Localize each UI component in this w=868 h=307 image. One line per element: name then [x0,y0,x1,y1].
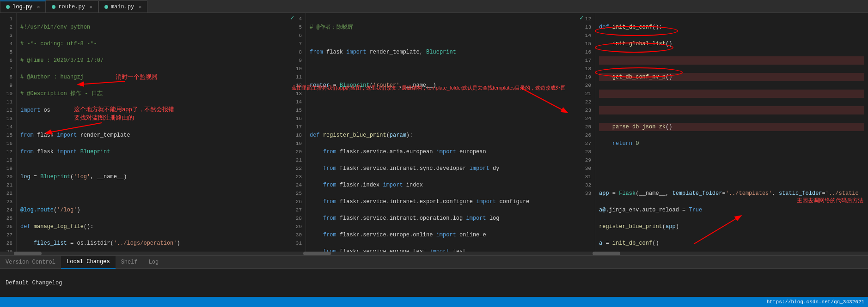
bottom-tab-version-control[interactable]: Version Control [0,256,61,269]
editor-pane-log: 12345 678910 1112131415 1617181920 21222… [0,13,289,255]
bottom-content: Default Changelog [0,269,868,297]
tab-close-log[interactable]: ✕ [37,4,40,10]
code-text-route[interactable]: # @作者：陈晓辉 from flask import render_templ… [306,13,579,252]
scrollbar-log[interactable] [0,252,289,255]
tab-route-py[interactable]: route.py ✕ [46,0,98,12]
code-container-log[interactable]: 12345 678910 1112131415 1617181920 21222… [0,13,289,252]
line-numbers-log: 12345 678910 1112131415 1617181920 21222… [0,13,17,252]
check-mark-route: ✓ [290,14,294,22]
tab-dot-log [6,5,10,9]
line-numbers-main: 1213141516 1718192021 2223242526 2728293… [579,13,595,252]
editor-pane-route: ✓ 45678 910111213 1415161718 1920212223 … [289,13,579,255]
code-text-main[interactable]: def init_db_conf(): init_global_list() g… [595,13,868,252]
tab-dot-main [104,5,108,9]
editor-pane-main: ✓ 1213141516 1718192021 2223242526 27282… [579,13,868,255]
bottom-tab-local-changes[interactable]: Local Changes [61,256,116,269]
scrollbar-route[interactable] [289,252,579,255]
status-bar: https://blog.csdn.net/qq_3432621 [0,297,868,307]
tab-dot-route [52,5,55,9]
check-mark-main: ✓ [580,14,583,22]
status-url: https://blog.csdn.net/qq_3432621 [767,299,864,305]
editor-area: 12345 678910 1112131415 1617181920 21222… [0,13,868,255]
line-numbers-route: 45678 910111213 1415161718 1920212223 24… [289,13,306,252]
bottom-tab-shelf[interactable]: Shelf [116,256,143,269]
code-container-main[interactable]: 1213141516 1718192021 2223242526 2728293… [579,13,868,252]
bottom-tabs: Version Control Local Changes Shelf Log [0,256,868,269]
bottom-tab-log[interactable]: Log [143,256,165,269]
tab-main-py[interactable]: main.py ✕ [98,0,147,12]
bottom-panel: Version Control Local Changes Shelf Log … [0,255,868,297]
tab-label-main: main.py [111,4,134,10]
tab-label-route: route.py [58,4,85,10]
tab-close-main[interactable]: ✕ [139,4,141,10]
code-container-route[interactable]: 45678 910111213 1415161718 1920212223 24… [289,13,579,252]
tab-label-log: log.py [12,4,32,10]
bottom-content-text: Default Changelog [6,280,62,286]
code-text-log[interactable]: #!/usr/bin/env python # -*- coding: utf-… [17,13,289,252]
tab-log-py[interactable]: log.py ✕ [0,0,46,12]
scrollbar-main[interactable] [579,252,868,255]
tab-bar: log.py ✕ route.py ✕ main.py ✕ [0,0,868,13]
tab-close-route[interactable]: ✕ [90,4,92,10]
